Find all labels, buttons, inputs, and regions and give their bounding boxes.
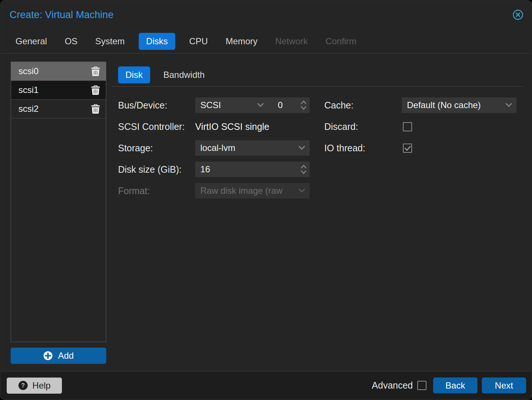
- question-circle-icon: ?: [18, 380, 28, 390]
- help-button[interactable]: ? Help: [7, 377, 62, 394]
- add-button-label: Add: [58, 351, 74, 361]
- advanced-checkbox[interactable]: [417, 381, 426, 390]
- tab-network: Network: [275, 36, 308, 46]
- disk-size-value: 16: [195, 164, 210, 175]
- scsi-controller-value: VirtIO SCSI single: [195, 119, 269, 134]
- add-disk-button[interactable]: Add: [11, 348, 106, 364]
- format-label: Format:: [118, 183, 150, 199]
- advanced-label: Advanced: [372, 380, 413, 391]
- format-value: Raw disk image (raw: [195, 186, 283, 196]
- tabs-separator: [1, 53, 531, 54]
- title-bar: Create: Virtual Machine: [1, 1, 531, 29]
- tab-bandwidth[interactable]: Bandwidth: [163, 70, 205, 80]
- tab-general[interactable]: General: [15, 36, 47, 46]
- tab-system[interactable]: System: [95, 36, 125, 46]
- plus-circle-icon: [43, 351, 53, 361]
- tab-confirm: Confirm: [325, 36, 356, 46]
- disk-name: scsi2: [18, 104, 39, 114]
- disk-size-stepper[interactable]: 16: [195, 162, 310, 177]
- footer-bar: ? Help Advanced Back Next: [1, 371, 531, 399]
- device-value: 0: [278, 100, 283, 110]
- panel-separator: [111, 86, 523, 87]
- cache-label: Cache:: [324, 97, 353, 113]
- back-button[interactable]: Back: [433, 377, 477, 393]
- tab-os[interactable]: OS: [65, 36, 77, 46]
- disk-name: scsi0: [18, 66, 39, 76]
- next-button[interactable]: Next: [482, 377, 526, 393]
- tab-memory[interactable]: Memory: [225, 36, 258, 46]
- tab-cpu[interactable]: CPU: [189, 36, 208, 46]
- tab-disks[interactable]: Disks: [139, 33, 175, 50]
- trash-icon[interactable]: [91, 85, 100, 95]
- disk-name: scsi1: [18, 85, 39, 95]
- cache-select[interactable]: Default (No cache): [402, 97, 517, 113]
- create-vm-dialog: Create: Virtual Machine General OS Syste…: [0, 0, 532, 400]
- svg-text:?: ?: [21, 382, 25, 389]
- chevron-down-icon[interactable]: [298, 146, 305, 150]
- disk-panel-tab-bar: Disk Bandwidth: [118, 66, 205, 83]
- cache-value: Default (No cache): [402, 100, 481, 110]
- tab-disk[interactable]: Disk: [118, 66, 150, 83]
- io-thread-checkbox[interactable]: [403, 144, 412, 153]
- disk-size-label: Disk size (GiB):: [118, 162, 182, 177]
- wizard-tab-bar: General OS System Disks CPU Memory Netwo…: [1, 32, 531, 50]
- discard-checkbox[interactable]: [403, 122, 412, 131]
- chevron-down-icon[interactable]: [257, 103, 264, 107]
- storage-select[interactable]: local-lvm: [195, 140, 310, 156]
- chevron-down-icon[interactable]: [505, 103, 512, 107]
- close-icon[interactable]: [512, 9, 524, 21]
- disk-row-scsi1[interactable]: scsi1: [11, 81, 106, 100]
- dialog-title: Create: Virtual Machine: [10, 9, 114, 21]
- device-number-stepper[interactable]: 0: [268, 97, 310, 113]
- trash-icon[interactable]: [91, 104, 100, 114]
- io-thread-label: IO thread:: [324, 140, 365, 156]
- trash-icon[interactable]: [91, 66, 100, 76]
- discard-label: Discard:: [324, 119, 358, 134]
- footer-actions: Advanced Back Next: [372, 377, 526, 393]
- chevron-down-icon: [298, 189, 305, 193]
- bus-device-label: Bus/Device:: [118, 97, 167, 113]
- chevron-up-down-icon[interactable]: [301, 100, 307, 110]
- bus-value: SCSI: [195, 100, 221, 110]
- checkmark-icon: [404, 146, 411, 151]
- format-select: Raw disk image (raw: [195, 183, 310, 199]
- scsi-controller-label: SCSI Controller:: [118, 119, 185, 134]
- disk-row-scsi2[interactable]: scsi2: [11, 100, 106, 118]
- bus-device-combo[interactable]: SCSI 0: [195, 97, 310, 113]
- disk-list: scsi0 scsi1 scsi2: [11, 62, 106, 342]
- storage-value: local-lvm: [195, 143, 235, 153]
- storage-label: Storage:: [118, 140, 153, 156]
- disk-row-scsi0[interactable]: scsi0: [11, 62, 106, 81]
- chevron-up-down-icon[interactable]: [301, 164, 307, 175]
- bus-select[interactable]: SCSI: [195, 97, 268, 113]
- help-button-label: Help: [32, 380, 51, 391]
